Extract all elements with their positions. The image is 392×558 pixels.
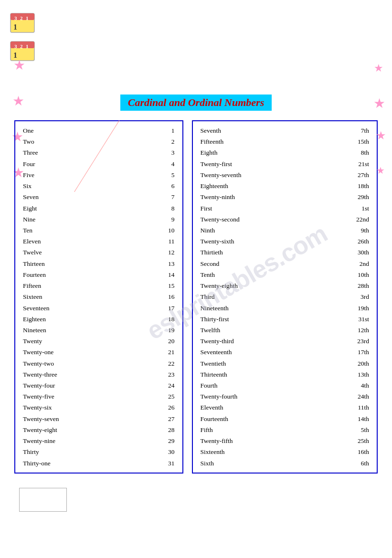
- cardinal-word: Twenty-two: [23, 358, 156, 369]
- table-row: Thirty30: [23, 446, 175, 457]
- table-row: Twenty-ninth29th: [201, 191, 370, 202]
- cardinal-number: 29: [156, 435, 175, 446]
- table-row: Seven7: [23, 191, 175, 202]
- ordinal-number: 9th: [350, 225, 369, 236]
- ordinal-number: 15th: [350, 136, 369, 147]
- svg-text:3: 3: [14, 15, 17, 21]
- cardinal-number: 23: [156, 369, 175, 380]
- cardinal-word: Nineteen: [23, 325, 156, 336]
- ordinal-word: Sixteenth: [201, 446, 350, 457]
- table-row: Thirty-first31st: [201, 314, 370, 325]
- cardinal-word: Eight: [23, 203, 156, 214]
- ordinal-number: 7th: [350, 125, 369, 136]
- ordinal-word: Twenty-ninth: [201, 191, 350, 202]
- table-row: Twenty-eighth28th: [201, 280, 370, 291]
- ordinal-number: 24th: [350, 391, 369, 402]
- ordinal-number: 29th: [350, 191, 369, 202]
- cardinal-number: 26: [156, 402, 175, 413]
- cardinal-word: Ten: [23, 225, 156, 236]
- svg-text:2: 2: [20, 15, 23, 21]
- table-row: Twenty-seventh27th: [201, 169, 370, 180]
- table-row: Twenty-four24: [23, 380, 175, 391]
- ordinal-word: Twenty-sixth: [201, 236, 350, 247]
- table-row: Twelve12: [23, 247, 175, 258]
- ordinal-word: Thirty-first: [201, 314, 350, 325]
- ordinal-word: Fourth: [201, 380, 350, 391]
- cardinal-word: Twenty-four: [23, 380, 156, 391]
- ordinal-number: 3rd: [350, 291, 369, 302]
- table-row: Sixteenth16th: [201, 446, 370, 457]
- table-row: Nineteenth19th: [201, 303, 370, 314]
- cardinal-word: Twenty-six: [23, 402, 156, 413]
- cardinal-number: 14: [156, 269, 175, 280]
- cardinal-number: 7: [156, 191, 175, 202]
- ordinal-number: 4th: [350, 380, 369, 391]
- cardinal-number: 28: [156, 424, 175, 435]
- table-row: Nine9: [23, 214, 175, 225]
- table-row: Fifteen15: [23, 280, 175, 291]
- table-row: Fourth4th: [201, 380, 370, 391]
- ordinal-word: Twenty-seventh: [201, 169, 350, 180]
- ordinal-number: 25th: [350, 435, 369, 446]
- cardinal-word: Twenty: [23, 336, 156, 347]
- left-table: One1Two2Three3Four4Five5Six6Seven7Eight8…: [14, 120, 183, 474]
- ordinal-word: Twenty-fifth: [201, 435, 350, 446]
- ordinal-number: 16th: [350, 446, 369, 457]
- table-row: Twenty-sixth26th: [201, 236, 370, 247]
- table-row: Fourteen14: [23, 269, 175, 280]
- page-container: 3 2 1 1 3 2 1 1 ★ ★ ★ ★ ★ ★ ★ ★ Cardinal…: [0, 0, 392, 558]
- cardinal-number: 27: [156, 413, 175, 424]
- table-row: Thirty-one31: [23, 458, 175, 469]
- cardinal-number: 16: [156, 291, 175, 302]
- ordinal-number: 17th: [350, 347, 369, 358]
- ordinal-number: 6th: [350, 458, 369, 469]
- ordinal-word: Seventeenth: [201, 347, 350, 358]
- star-decoration-8: ★: [376, 165, 385, 176]
- table-row: One1: [23, 125, 175, 136]
- cardinal-number: 3: [156, 147, 175, 158]
- table-row: Nineteen19: [23, 325, 175, 336]
- ordinal-word: Second: [201, 258, 350, 269]
- cardinal-number: 25: [156, 391, 175, 402]
- table-row: Seventeen17: [23, 303, 175, 314]
- table-row: Third3rd: [201, 291, 370, 302]
- ordinal-word: Eighteenth: [201, 180, 350, 191]
- cardinal-number: 10: [156, 225, 175, 236]
- table-row: Thirtieth30th: [201, 247, 370, 258]
- cardinal-word: Fourteen: [23, 269, 156, 280]
- svg-text:1: 1: [26, 15, 29, 21]
- cardinal-number: 17: [156, 303, 175, 314]
- ordinal-word: Sixth: [201, 458, 350, 469]
- cardinal-number: 5: [156, 169, 175, 180]
- ordinal-word: Twelfth: [201, 325, 350, 336]
- cardinal-number: 11: [156, 236, 175, 247]
- ordinal-number: 22nd: [350, 214, 369, 225]
- cardinal-word: Three: [23, 147, 156, 158]
- ordinal-number: 20th: [350, 358, 369, 369]
- table-row: Twenty-six26: [23, 402, 175, 413]
- table-row: Eight8: [23, 203, 175, 214]
- cardinal-word: Two: [23, 136, 156, 147]
- table-row: Tenth10th: [201, 269, 370, 280]
- ordinal-number: 1st: [350, 203, 369, 214]
- cardinal-number: 20: [156, 336, 175, 347]
- table-row: Twenty-fourth24th: [201, 391, 370, 402]
- ordinal-number: 10th: [350, 269, 369, 280]
- cardinal-number: 6: [156, 180, 175, 191]
- cardinal-word: Eighteen: [23, 314, 156, 325]
- ordinal-number: 5th: [350, 424, 369, 435]
- ordinal-number: 28th: [350, 280, 369, 291]
- ordinal-word: Eleventh: [201, 402, 350, 413]
- svg-text:1: 1: [26, 43, 29, 49]
- left-table-wrapper: One1Two2Three3Four4Five5Six6Seven7Eight8…: [14, 120, 183, 474]
- ordinal-word: Twenty-fourth: [201, 391, 350, 402]
- table-row: Twenty-first21st: [201, 158, 370, 169]
- table-row: Sixteen16: [23, 291, 175, 302]
- table-row: Twenty20: [23, 336, 175, 347]
- cardinal-number: 18: [156, 314, 175, 325]
- cardinal-word: Seven: [23, 191, 156, 202]
- ordinal-number: 27th: [350, 169, 369, 180]
- table-row: Twenty-third23rd: [201, 336, 370, 347]
- page-title: Cardinal and Ordinal Numbers: [120, 95, 272, 111]
- table-row: First1st: [201, 203, 370, 214]
